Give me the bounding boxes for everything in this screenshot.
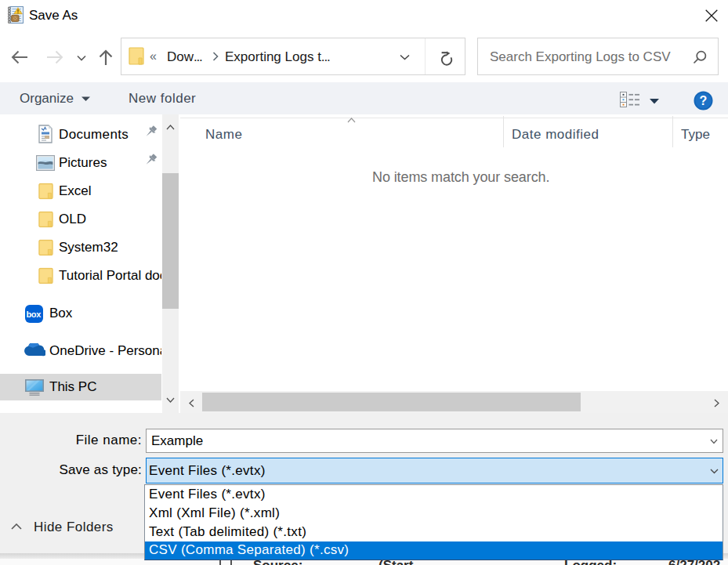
svg-text:?: ? [700,94,708,107]
